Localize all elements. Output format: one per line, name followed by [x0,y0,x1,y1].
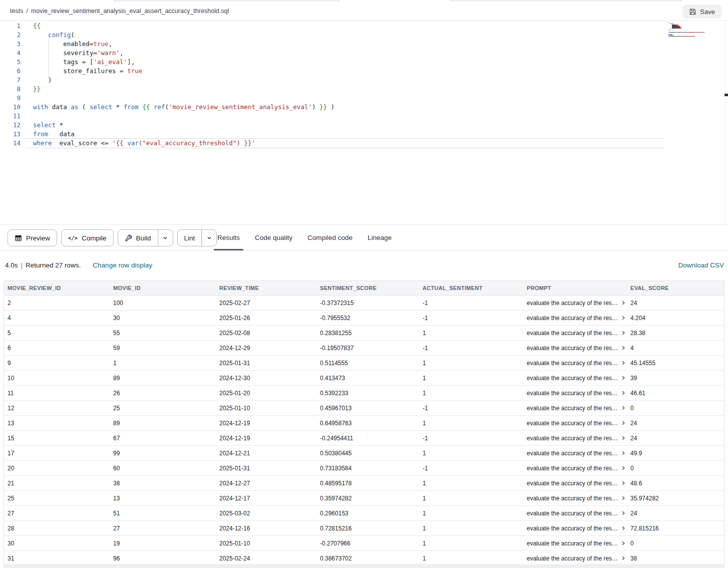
preview-button[interactable]: Preview [8,229,57,246]
expand-prompt-chevron-icon[interactable] [621,495,626,501]
expand-prompt-chevron-icon[interactable] [621,345,626,351]
file-header-bar: tests / movie_review_sentiment_analysis_… [0,2,728,21]
table-cell: 45.14555 [627,360,724,367]
column-header: MOVIE_ID [110,285,216,291]
table-cell: 2024-12-19 [216,420,316,427]
table-cell: 11 [4,390,110,397]
table-cell: 4 [4,315,110,322]
table-cell: 10 [4,375,110,382]
table-cell: 1 [419,420,523,427]
expand-prompt-chevron-icon[interactable] [621,315,626,321]
code-line[interactable]: config( [33,31,334,40]
table-row: 4302025-01-26-0.7955532-1evaluate the ac… [4,311,724,326]
table-cell: 1 [419,330,523,337]
table-cell: 1 [419,375,523,382]
table-header-row: MOVIE_REVIEW_IDMOVIE_IDREVIEW_TIMESENTIM… [4,281,724,296]
table-cell: 0 [627,405,724,412]
expand-prompt-chevron-icon[interactable] [621,465,626,471]
table-cell: 1 [419,495,523,502]
code-line[interactable]: select * [33,121,334,130]
table-row: 5552025-02-080.283812551evaluate the acc… [4,326,724,341]
table-cell: 1 [419,390,523,397]
prompt-preview-text: evaluate the accuracy of the res… [527,390,618,397]
table-cell: 30 [110,315,216,322]
expand-prompt-chevron-icon[interactable] [621,420,626,426]
prompt-cell: evaluate the accuracy of the res… [523,495,627,502]
expand-prompt-chevron-icon[interactable] [621,450,626,456]
code-line[interactable]: with data as ( select * from {{ ref('mov… [33,103,334,112]
prompt-cell: evaluate the accuracy of the res… [523,510,627,517]
prompt-preview-text: evaluate the accuracy of the res… [527,465,618,472]
save-label: Save [700,8,715,16]
line-number: 3 [0,40,21,49]
table-cell: 2025-01-31 [216,465,316,472]
table-cell: 2 [4,300,110,307]
table-cell: 1 [419,480,523,487]
table-cell: 2025-02-08 [216,330,316,337]
build-dropdown-button[interactable] [158,230,173,246]
code-line[interactable]: }} [33,85,334,94]
change-row-display-link[interactable]: Change row display [93,261,152,269]
table-cell: 15 [4,435,110,442]
code-content[interactable]: {{ config( enabled=true, severity='warn'… [33,22,334,148]
expand-prompt-chevron-icon[interactable] [621,525,626,531]
table-cell: 0.64958763 [316,420,419,427]
expand-prompt-chevron-icon[interactable] [621,300,626,306]
tab-lineage[interactable]: Lineage [360,225,399,250]
code-line[interactable]: {{ [33,22,334,31]
expand-prompt-chevron-icon[interactable] [621,375,626,381]
expand-prompt-chevron-icon[interactable] [621,330,626,336]
table-cell: -0.19507837 [316,345,419,352]
code-line[interactable]: enabled=true, [33,40,334,49]
code-line[interactable]: ​ [33,112,334,121]
line-number: 12 [0,121,21,130]
table-cell: 30 [4,540,110,547]
table-cell: -1 [419,300,523,307]
expand-prompt-chevron-icon[interactable] [621,510,626,516]
code-editor[interactable]: 1234567891011121314 {{ config( enabled=t… [0,21,728,225]
table-row: 31962025-02-240.386737021evaluate the ac… [4,551,724,564]
table-cell: 28.38 [627,330,724,337]
expand-prompt-chevron-icon[interactable] [621,405,626,411]
download-csv-link[interactable]: Download CSV [678,261,724,269]
line-number: 11 [0,112,21,121]
build-button[interactable]: Build [118,230,158,246]
expand-prompt-chevron-icon[interactable] [621,480,626,486]
expand-prompt-chevron-icon[interactable] [621,435,626,441]
code-line[interactable]: tags = ['ai_eval'], [33,58,334,67]
prompt-preview-text: evaluate the accuracy of the res… [527,375,618,382]
table-cell: 24 [627,435,724,442]
tab-results[interactable]: Results [210,225,247,250]
expand-prompt-chevron-icon[interactable] [621,555,626,561]
table-cell: 6 [4,345,110,352]
code-line[interactable]: from data [33,130,334,139]
table-cell: 13 [110,495,216,502]
tab-code-quality[interactable]: Code quality [247,225,300,250]
save-button[interactable]: Save [682,5,721,19]
code-line[interactable]: ) [33,76,334,85]
table-horizontal-scrollbar[interactable] [4,564,724,568]
table-cell: -1 [419,435,523,442]
code-line[interactable]: ​ [33,94,334,103]
prompt-preview-text: evaluate the accuracy of the res… [527,345,618,352]
editor-minimap[interactable] [668,23,710,37]
line-number: 8 [0,85,21,94]
prompt-preview-text: evaluate the accuracy of the res… [527,555,618,562]
table-cell: 2025-01-26 [216,315,316,322]
compile-button[interactable]: </> Compile [61,229,114,246]
code-line[interactable]: where eval_score <= '{{ var("eval_accura… [33,139,334,148]
code-line[interactable]: severity='warn', [33,49,334,58]
lint-button[interactable]: Lint [178,230,202,246]
expand-prompt-chevron-icon[interactable] [621,540,626,546]
editor-scrollbar-track[interactable] [724,21,725,225]
table-cell: -1 [419,465,523,472]
table-grid-icon [15,234,22,242]
code-line[interactable]: store_failures = true [33,67,334,76]
table-cell: 35.974282 [627,495,724,502]
expand-prompt-chevron-icon[interactable] [621,390,626,396]
table-cell: 38 [627,555,724,562]
prompt-cell: evaluate the accuracy of the res… [523,465,627,472]
expand-prompt-chevron-icon[interactable] [621,360,626,366]
tab-compiled-code[interactable]: Compiled code [300,225,360,250]
editor-scrollbar-thumb[interactable] [724,94,728,96]
